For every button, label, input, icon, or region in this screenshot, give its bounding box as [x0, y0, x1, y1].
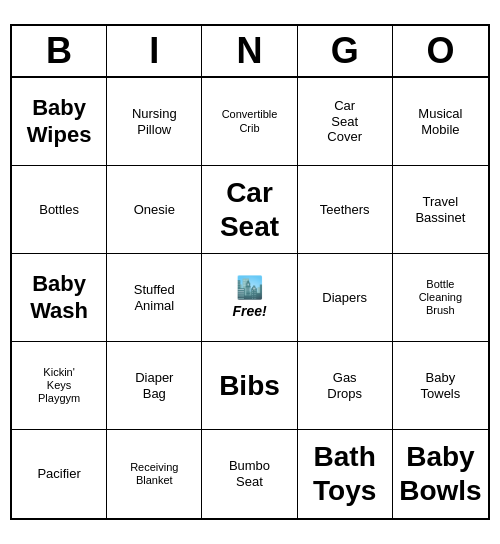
bingo-cell: Bottles — [12, 166, 107, 254]
header-letter: O — [393, 26, 488, 76]
bingo-cell: BabyWipes — [12, 78, 107, 166]
bingo-cell: BabyTowels — [393, 342, 488, 430]
bingo-cell: GasDrops — [298, 342, 393, 430]
bingo-cell: Pacifier — [12, 430, 107, 518]
bingo-cell: BottleCleaningBrush — [393, 254, 488, 342]
bingo-cell: 🏙️ Free! — [202, 254, 297, 342]
bingo-cell: ReceivingBlanket — [107, 430, 202, 518]
bingo-cell: Diapers — [298, 254, 393, 342]
free-icon: 🏙️ — [236, 275, 263, 301]
bingo-card: BINGO BabyWipesNursingPillowConvertibleC… — [10, 24, 490, 520]
bingo-cell: Kickin'KeysPlaygym — [12, 342, 107, 430]
bingo-cell: BumboSeat — [202, 430, 297, 518]
bingo-cell: Teethers — [298, 166, 393, 254]
bingo-cell: BathToys — [298, 430, 393, 518]
free-label: Free! — [232, 303, 266, 320]
bingo-cell: CarSeat — [202, 166, 297, 254]
bingo-cell: BabyWash — [12, 254, 107, 342]
bingo-cell: MusicalMobile — [393, 78, 488, 166]
bingo-cell: CarSeatCover — [298, 78, 393, 166]
bingo-cell: TravelBassinet — [393, 166, 488, 254]
bingo-cell: StuffedAnimal — [107, 254, 202, 342]
bingo-grid: BabyWipesNursingPillowConvertibleCribCar… — [12, 78, 488, 518]
bingo-cell: BabyBowls — [393, 430, 488, 518]
bingo-cell: NursingPillow — [107, 78, 202, 166]
bingo-cell: ConvertibleCrib — [202, 78, 297, 166]
bingo-header: BINGO — [12, 26, 488, 78]
header-letter: N — [202, 26, 297, 76]
header-letter: I — [107, 26, 202, 76]
bingo-cell: Onesie — [107, 166, 202, 254]
header-letter: B — [12, 26, 107, 76]
bingo-cell: DiaperBag — [107, 342, 202, 430]
bingo-cell: Bibs — [202, 342, 297, 430]
header-letter: G — [298, 26, 393, 76]
